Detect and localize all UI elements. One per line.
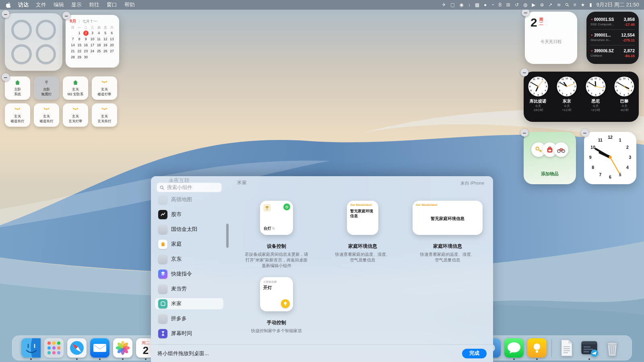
remove-widget-badge[interactable]: − [522,8,530,16]
calendar-date[interactable]: 21 [70,49,76,54]
analog-clock-widget[interactable]: − 123456789101112 [584,132,636,184]
calendar-date[interactable]: 26 [102,49,109,54]
widget-preview-device-control[interactable]: 台灯↻ [260,201,293,235]
dock-launchpad[interactable] [44,338,64,358]
remove-widget-badge[interactable]: − [520,129,528,137]
widget-preview-manual-control[interactable]: 小侨米的家 开灯 [260,277,293,311]
calendar-date[interactable]: 20 [109,43,115,48]
bulb-icon[interactable] [281,299,290,308]
world-clock-0[interactable]: 123456789101112 库比提诺 今天 -15小时 [528,76,548,112]
menu-item-0[interactable]: 访达 [18,1,29,8]
disc-status-icon[interactable]: ◍ [523,2,527,7]
stock-row-0[interactable]: ▼000001.SS SSE Composit... 3,858 -17.40 [590,14,635,30]
calendar-date[interactable]: 25 [96,49,102,54]
home-device-button-3[interactable]: 玄关 楼道灯带 [92,76,117,100]
menu-item-1[interactable]: 文件 [36,1,46,8]
calendar-date[interactable]: 18 [96,43,102,48]
power-icon[interactable] [283,204,290,210]
moon-status-icon[interactable]: ◔ [491,2,494,7]
dot-status-icon[interactable]: ● [484,2,487,7]
widget-preview-env-wide[interactable]: Our Wonderland 暂无家庭环境信息 [413,201,483,235]
calendar-date[interactable]: 7 [70,37,76,42]
play-status-icon[interactable]: ▶ [532,2,535,7]
calendar-date[interactable]: 9 [83,37,89,42]
calendar-date[interactable]: 29 [76,55,83,60]
sidebar-item-0[interactable]: 高德地图 [155,194,223,205]
dock-trash[interactable] [603,338,622,358]
menu-item-2[interactable]: 编辑 [54,1,64,8]
stock-row-1[interactable]: ▼399001... Shenzhen In... 12,554 -275.11 [590,30,635,45]
home-device-button-0[interactable]: 主卧 系统 [5,76,30,100]
calendar-date[interactable]: 6 [109,31,115,36]
menu-item-5[interactable]: 窗口 [107,1,117,8]
calendar-date[interactable]: 10 [89,37,95,42]
remove-widget-badge[interactable]: − [2,10,10,18]
sidebar-scrollbar[interactable] [226,224,229,248]
dock-safari[interactable] [67,338,87,358]
telegram-status-icon[interactable]: ✈ [442,2,446,7]
sidebar-item-5[interactable]: 快捷指令 [155,268,223,280]
calendar-date[interactable]: 22 [76,49,83,54]
calendar-date[interactable]: 19 [102,43,109,48]
home-device-button-4[interactable]: 玄关 楼道筒灯 [5,103,30,127]
display-status-icon[interactable]: ▢ [450,2,455,7]
calendar-date[interactable]: 2 [83,31,89,36]
calendar-date[interactable]: 1 [76,31,83,36]
calendar-date[interactable]: 13 [109,37,115,42]
calendar-date[interactable]: 24 [89,49,95,54]
done-button[interactable]: 完成 [462,349,487,358]
spotlight-status-icon[interactable]: ⚲ [564,2,570,8]
stocks-widget[interactable]: ▼000001.SS SSE Composit... 3,858 -17.40 … [586,12,639,64]
boldb-status-icon[interactable]: B [499,2,502,7]
home-device-button-6[interactable]: 玄关 玄关灯带 [63,103,88,127]
plus-status-icon[interactable]: ⊕ [540,2,544,7]
sidebar-item-6[interactable]: 麦当劳 [155,283,223,294]
menu-item-4[interactable]: 前往 [89,1,99,8]
remove-widget-badge[interactable]: − [581,129,589,137]
apple-menu-icon[interactable] [6,2,11,8]
dock-mail[interactable] [90,338,109,358]
widget-search-field[interactable] [157,183,222,192]
record-status-icon[interactable]: ◉ [459,2,463,7]
dock-messages[interactable] [504,338,524,358]
stock-row-2[interactable]: ▼399006.SZ ChiNext 2,872 -84.15 [590,45,635,61]
dock-home-yellow[interactable] [527,338,547,358]
calendar-date[interactable]: 14 [70,43,76,48]
calendar-date[interactable]: 12 [102,37,109,42]
calendar-date[interactable]: 30 [83,55,89,60]
calendar-date[interactable]: 15 [76,43,83,48]
home-device-button-5[interactable]: 玄关 楼道筒灯 [34,103,59,127]
dock-finder[interactable] [21,338,41,358]
calendar-date[interactable]: 5 [102,31,109,36]
battery-status-icon[interactable]: ▮ [589,2,592,7]
widget-search-input[interactable] [166,184,219,191]
sidebar-item-3[interactable]: 家庭 [155,239,223,250]
wifi-status-icon[interactable]: ≋ [557,2,561,7]
menu-item-6[interactable]: 帮助 [124,1,135,8]
calendar-date[interactable]: 28 [70,55,76,60]
remove-widget-badge[interactable]: − [2,73,10,81]
dock-document[interactable] [557,338,576,358]
calendar-date[interactable]: 3 [89,31,95,36]
home-device-button-1[interactable]: 次卧 氛围灯 [34,76,59,100]
widget-preview-env-small[interactable]: Our Wonderland 暂无家庭环境信息 [347,201,378,235]
calendar-date[interactable]: 11 [96,37,102,42]
sidebar-item-7[interactable]: 米家 [155,298,223,309]
calendar-date[interactable]: 27 [109,49,115,54]
download-status-icon[interactable]: ↓ [468,2,471,7]
world-clock-widget[interactable]: − 123456789101112 库比提诺 今天 -15小时123456789… [524,72,639,122]
bike-icon[interactable] [554,142,568,157]
home-device-button-7[interactable]: 玄关 玄关筒灯 [92,103,117,127]
calendar-date[interactable]: 23 [83,49,89,54]
grid-status-icon[interactable]: ⊞ [506,2,510,7]
calendar-day-widget[interactable]: − 2 周二 今天无日程 [525,12,577,64]
dock-screenshot-telegram[interactable] [580,338,599,358]
calendar-date[interactable]: 17 [89,43,95,48]
find-my-widget[interactable]: − 添加物品 [524,132,576,184]
calendar-date[interactable]: 16 [83,43,89,48]
location-status-icon[interactable]: ↗ [548,2,552,7]
circles-widget[interactable]: − [5,13,62,71]
sidebar-item-4[interactable]: 京东 [155,253,223,265]
star-status-icon[interactable]: ★ [580,2,585,7]
world-clock-3[interactable]: 123456789101112 巴黎 今天 -6小时 [614,76,634,112]
